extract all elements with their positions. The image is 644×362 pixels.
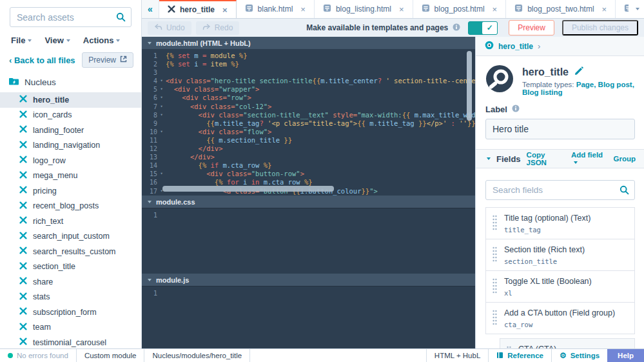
code-line[interactable]: 2{% set i = item %} — [142, 60, 475, 68]
horizontal-scrollbar[interactable] — [162, 186, 334, 192]
field-card-title_tag[interactable]: Title tag (optional) (Text)title_tag — [485, 207, 635, 239]
drag-handle-icon[interactable] — [493, 245, 497, 265]
preview-file-button[interactable]: Preview — [82, 52, 133, 68]
fold-caret-icon[interactable]: ▾ — [157, 85, 166, 94]
pane-header-module-css[interactable]: module.css — [142, 196, 475, 208]
sidebar-item-landing_footer[interactable]: landing_footer — [0, 123, 141, 138]
sidebar-item-search_results_custom[interactable]: search_results_custom — [0, 244, 141, 259]
sidebar-item-rich_text[interactable]: rich_text — [0, 214, 141, 229]
breadcrumb-module-link[interactable]: hero_title — [498, 42, 533, 51]
language-indicator[interactable]: HTML + HubL — [426, 349, 488, 362]
drag-handle-icon[interactable] — [493, 277, 497, 297]
code-line[interactable]: 15▾ <div class="button-row"> — [142, 170, 475, 178]
sidebar-item-search_input_custom[interactable]: search_input_custom — [0, 229, 141, 245]
section-collapse-caret-icon[interactable] — [487, 157, 491, 160]
code-line[interactable]: 3 — [142, 68, 475, 77]
help-button[interactable]: Help — [607, 349, 644, 362]
tab-hero_title[interactable]: hero_title× — [159, 0, 237, 18]
sidebar-item-icon_cards[interactable]: icon_cards — [0, 108, 141, 123]
vertical-scrollbar[interactable] — [467, 51, 472, 121]
code-line[interactable]: 1 — [142, 289, 475, 297]
availability-toggle[interactable]: ✓ — [468, 21, 498, 35]
code-line[interactable]: 12 </div> — [142, 145, 475, 153]
undo-button[interactable]: Undo — [148, 21, 191, 35]
drag-handle-icon[interactable] — [493, 214, 497, 234]
drag-handle-icon[interactable] — [493, 308, 497, 328]
edit-pencil-icon[interactable] — [574, 66, 583, 78]
sidebar-item-subscription_form[interactable]: subscription_form — [0, 305, 141, 320]
sidebar-item-recent_blog_posts[interactable]: recent_blog_posts — [0, 199, 141, 214]
close-icon[interactable]: × — [493, 5, 498, 14]
fold-caret-icon[interactable]: ▾ — [157, 111, 166, 119]
menu-actions[interactable]: Actions — [83, 35, 121, 45]
module-html-code[interactable]: 1{% set m = module %}2{% set i = item %}… — [142, 49, 475, 196]
code-line[interactable]: 11 {{ m.section_title }} — [142, 136, 475, 145]
sidebar-item-section_title[interactable]: section_title — [0, 259, 141, 275]
info-icon[interactable] — [453, 23, 460, 33]
close-icon[interactable]: × — [300, 5, 306, 14]
close-icon[interactable]: × — [222, 5, 228, 15]
module-label-input[interactable] — [485, 119, 635, 139]
fields-search — [485, 180, 635, 200]
code-line[interactable]: 13 </div> — [142, 153, 475, 161]
redo-button[interactable]: Redo — [196, 21, 240, 35]
code-line[interactable]: 8▾ <div class="section-title__text" styl… — [142, 111, 475, 119]
tab-blog_post_two.html[interactable]: blog_post_two.html× — [506, 0, 616, 18]
code-line[interactable]: 9 {{m.title_tag? '<p class="title-tag">{… — [142, 119, 475, 128]
preview-button[interactable]: Preview — [509, 20, 554, 35]
close-icon[interactable]: × — [399, 5, 404, 14]
folder-nucleus[interactable]: Nucleus — [0, 68, 141, 92]
module-js-code[interactable]: 1 — [142, 286, 475, 348]
group-link[interactable]: Group — [614, 155, 636, 163]
pane-header-module-html[interactable]: module.html (HTML + HubL) — [142, 37, 475, 49]
tabs-scroll-left-button[interactable]: « — [142, 0, 159, 18]
search-assets-input[interactable] — [10, 7, 132, 27]
sidebar-item-logo_row[interactable]: logo_row — [0, 153, 141, 168]
search-fields-input[interactable] — [485, 180, 635, 200]
code-line[interactable]: 4▾<div class="hero-title section-title{{… — [142, 77, 475, 85]
sidebar-item-pricing[interactable]: pricing — [0, 183, 141, 199]
fold-caret-icon[interactable]: ▾ — [157, 128, 166, 136]
sidebar-item-testimonial_carousel[interactable]: testimonial_carousel — [0, 335, 141, 348]
tab-landing_page[interactable]: landing_page — [616, 0, 629, 18]
tabs-overflow-button[interactable] — [629, 0, 644, 18]
settings-button[interactable]: ⚙ Settings — [551, 349, 607, 362]
code-line[interactable]: 10▾ <div class="flow"> — [142, 128, 475, 136]
field-card-cta[interactable]: CTA (CTA)cta — [500, 338, 635, 348]
tab-blog_post.html[interactable]: blog_post.html× — [413, 0, 507, 18]
menu-view[interactable]: View — [44, 35, 70, 45]
code-line[interactable]: 6▾ <div class="row"> — [142, 94, 475, 102]
code-line[interactable]: 5▾ <div class="wrapper"> — [142, 85, 475, 94]
sidebar-item-hero_title[interactable]: hero_title — [0, 92, 141, 108]
info-icon[interactable] — [512, 105, 520, 114]
sidebar-item-share[interactable]: share — [0, 274, 141, 290]
code-line[interactable]: 14 {% if m.cta_row %} — [142, 161, 475, 170]
line-number: 10 — [142, 128, 157, 136]
sidebar-item-team[interactable]: team — [0, 320, 141, 336]
line-number: 14 — [142, 161, 157, 170]
publish-changes-button[interactable]: Publish changes — [562, 20, 638, 35]
tab-blog_listing.html[interactable]: blog_listing.html× — [315, 0, 413, 18]
copy-json-link[interactable]: Copy JSON — [527, 151, 564, 166]
sidebar-item-landing_navigation[interactable]: landing_navigation — [0, 138, 141, 154]
sidebar-item-stats[interactable]: stats — [0, 290, 141, 305]
sidebar-item-mega_menu[interactable]: mega_menu — [0, 168, 141, 184]
pane-header-module-js[interactable]: module.js — [142, 274, 475, 286]
menu-file[interactable]: File — [11, 35, 32, 45]
back-to-all-files-link[interactable]: ‹ Back to all files — [9, 55, 75, 65]
tab-blank.html[interactable]: blank.html× — [237, 0, 315, 18]
fold-caret-icon[interactable]: ▾ — [157, 94, 166, 102]
close-icon[interactable]: × — [602, 5, 607, 14]
reference-button[interactable]: Reference — [488, 349, 551, 362]
fold-caret-icon[interactable]: ▾ — [157, 77, 166, 85]
code-line[interactable]: 1 — [142, 211, 475, 219]
fold-caret-icon[interactable]: ▾ — [157, 103, 166, 111]
field-card-section_title[interactable]: Section title (Rich text)section_title — [485, 239, 635, 271]
fold-caret-icon[interactable]: ▾ — [157, 170, 166, 178]
add-field-link[interactable]: Add field — [571, 151, 607, 166]
field-card-cta_row[interactable]: Add a CTA button (Field group)cta_row — [485, 302, 635, 334]
module-css-code[interactable]: 1 — [142, 208, 475, 274]
field-card-xl[interactable]: Toggle XL title (Boolean)xl — [485, 270, 635, 303]
code-line[interactable]: 1{% set m = module %} — [142, 52, 475, 60]
code-line[interactable]: 7▾ <div class="col-12"> — [142, 103, 475, 111]
